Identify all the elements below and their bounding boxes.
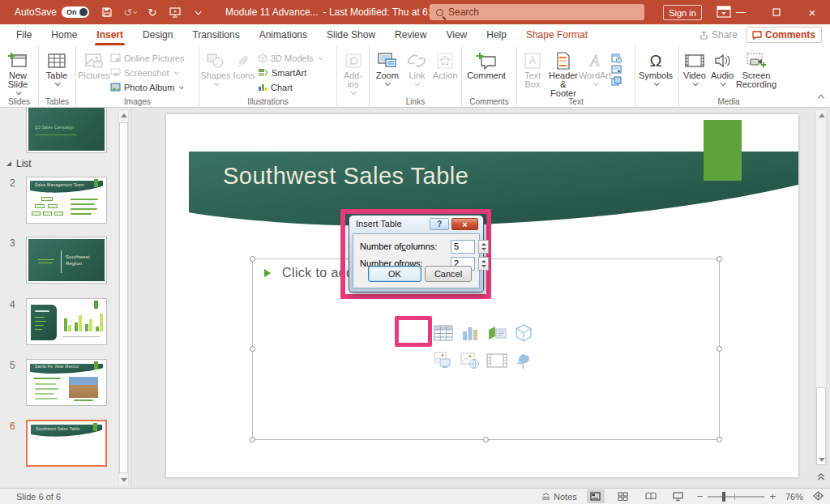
slide-title-text[interactable]: Southwest Sales Table <box>223 163 468 190</box>
thumbnail-scrollbar[interactable] <box>118 109 129 486</box>
slide-thumbnail-5[interactable]: Santa Fe, New Mexico <box>26 359 107 406</box>
dialog-help-button[interactable]: ? <box>430 218 449 230</box>
insert-chart-icon[interactable] <box>460 322 481 344</box>
slide-thumbnail-4[interactable] <box>26 298 107 345</box>
start-slideshow-icon[interactable] <box>169 6 182 19</box>
tab-transitions[interactable]: Transitions <box>182 24 249 45</box>
zoom-out-button[interactable]: − <box>697 490 704 502</box>
video-button[interactable]: Video <box>681 48 708 86</box>
dialog-body: Number of columns: Number of rows: OK Ca… <box>353 233 480 288</box>
photo-album-button[interactable]: Photo Album <box>110 80 185 94</box>
search-box[interactable] <box>430 4 644 20</box>
reading-view-button[interactable] <box>642 489 660 503</box>
date-time-icon[interactable] <box>611 52 622 62</box>
tab-view[interactable]: View <box>436 24 477 45</box>
scrollbar-thumb[interactable] <box>816 387 826 465</box>
tab-review[interactable]: Review <box>385 24 436 45</box>
ok-button[interactable]: OK <box>368 266 421 282</box>
zoom-in-button[interactable]: + <box>769 490 776 502</box>
resize-handle[interactable] <box>717 256 722 262</box>
scrollbar-thumb[interactable] <box>119 122 128 473</box>
scroll-down-icon[interactable] <box>817 455 826 465</box>
slide-sorter-view-button[interactable] <box>614 489 632 503</box>
online-pictures-placeholder-icon[interactable] <box>460 350 481 371</box>
smartart-button[interactable]: SmartArt <box>258 66 322 79</box>
autosave-toggle[interactable]: AutoSave On <box>15 6 89 18</box>
insert-smartart-icon[interactable] <box>486 322 507 344</box>
collapse-ribbon-icon[interactable] <box>819 89 824 104</box>
redo-icon[interactable]: ↻ <box>146 6 159 19</box>
columns-input[interactable] <box>451 240 475 254</box>
rows-spinner[interactable] <box>478 257 489 271</box>
new-comment-button[interactable]: Comment <box>464 48 509 80</box>
screen-recording-button[interactable]: Screen Recording <box>736 48 777 89</box>
resize-handle[interactable] <box>250 437 255 442</box>
slide-number-icon[interactable] <box>611 63 622 73</box>
editor-scrollbar[interactable] <box>815 109 827 466</box>
section-header-list[interactable]: List <box>6 158 32 169</box>
resize-handle[interactable] <box>717 437 722 442</box>
tab-help[interactable]: Help <box>477 24 516 45</box>
tab-animations[interactable]: Animations <box>250 24 317 45</box>
fit-to-window-button[interactable] <box>813 491 824 502</box>
resize-handle[interactable] <box>483 437 489 442</box>
resize-handle[interactable] <box>717 346 722 352</box>
tab-insert[interactable]: Insert <box>87 24 133 45</box>
slide-thumbnail-3[interactable]: Southwest Region <box>26 237 107 284</box>
sign-in-button[interactable]: Sign in <box>663 5 702 20</box>
table-button[interactable]: Table <box>41 48 73 86</box>
resize-handle[interactable] <box>250 256 255 262</box>
maximize-button[interactable] <box>759 0 794 24</box>
close-button[interactable]: × <box>794 0 830 24</box>
content-placeholder[interactable]: Click to add text <box>252 258 720 440</box>
insert-object-icon[interactable] <box>611 75 622 84</box>
insert-icons-icon[interactable] <box>513 350 534 371</box>
notes-button[interactable]: Notes <box>541 492 577 502</box>
audio-button[interactable]: Audio <box>708 48 736 86</box>
insert-3d-model-icon[interactable] <box>513 322 534 344</box>
slideshow-view-button[interactable] <box>670 489 687 503</box>
stock-images-icon[interactable] <box>433 350 454 371</box>
save-icon[interactable] <box>101 6 113 19</box>
chevron-down-icon <box>213 80 219 86</box>
tab-file[interactable]: File <box>6 24 41 45</box>
tab-design[interactable]: Design <box>133 24 182 45</box>
autosave-switch[interactable]: On <box>62 6 89 18</box>
chevron-down-icon <box>593 80 598 86</box>
slide-canvas[interactable]: Southwest Sales Table Click to add text <box>166 114 798 477</box>
search-input[interactable] <box>448 6 610 18</box>
columns-spinner[interactable] <box>478 240 489 254</box>
normal-view-button[interactable] <box>587 489 605 503</box>
zoom-percent[interactable]: 76% <box>785 492 803 502</box>
minimize-button[interactable]: — <box>723 0 759 24</box>
header-footer-button[interactable]: Header & Footer <box>546 48 580 98</box>
customize-qat-icon[interactable] <box>191 6 204 19</box>
new-slide-button[interactable]: New Slide <box>2 48 34 95</box>
dialog-close-button[interactable]: × <box>451 218 478 230</box>
previous-slide-button[interactable] <box>817 469 825 484</box>
tab-home[interactable]: Home <box>41 24 87 45</box>
columns-field-row: Number of columns: <box>360 241 437 251</box>
resize-handle[interactable] <box>250 346 255 352</box>
slide-thumbnail-1[interactable]: Q3 Sales Campaign <box>26 108 107 153</box>
accent-rectangle[interactable] <box>704 120 742 181</box>
zoom-button[interactable]: Zoom <box>371 48 403 86</box>
cancel-button[interactable]: Cancel <box>425 266 472 282</box>
chart-button[interactable]: Chart <box>258 80 322 94</box>
tab-slide-show[interactable]: Slide Show <box>317 24 385 45</box>
tab-shape-format[interactable]: Shape Format <box>516 24 597 45</box>
insert-video-icon[interactable] <box>486 350 507 371</box>
insert-table-icon[interactable] <box>433 322 454 344</box>
slide-thumbnail-2[interactable]: Sales Management Team <box>26 177 107 224</box>
scroll-down-icon[interactable] <box>119 475 128 485</box>
comments-button[interactable]: Comments <box>746 27 822 43</box>
collapse-triangle-icon <box>6 161 11 166</box>
slide-thumbnail-6-selected[interactable]: Southwest Sales Table <box>26 420 107 467</box>
zoom-slider[interactable] <box>708 496 764 498</box>
scroll-up-icon[interactable] <box>817 110 826 121</box>
share-button[interactable]: Share <box>700 29 738 41</box>
scroll-up-icon[interactable] <box>119 110 128 121</box>
symbols-button[interactable]: Ω Symbols <box>637 48 674 86</box>
svg-text:A: A <box>590 53 601 69</box>
zoom-slider-thumb[interactable] <box>722 492 725 502</box>
